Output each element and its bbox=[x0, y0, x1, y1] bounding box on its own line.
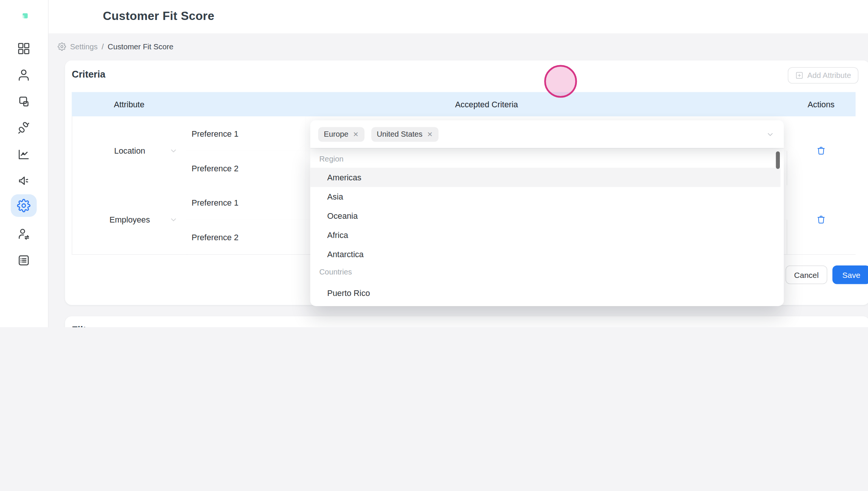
dropdown-option-americas[interactable]: Americas bbox=[310, 168, 781, 187]
preference-label: Preference 1 bbox=[192, 185, 239, 220]
customer-fit-score-page: Customer Fit Score 68.9% bbox=[0, 0, 868, 327]
hexagon-logo-icon bbox=[15, 9, 32, 26]
col-header-actions: Actions bbox=[787, 92, 856, 117]
dropdown-option-africa[interactable]: Africa bbox=[310, 226, 781, 245]
chevron-down-icon[interactable] bbox=[766, 130, 775, 139]
add-attribute-button[interactable]: Add Attribute bbox=[788, 67, 859, 84]
add-attribute-label: Add Attribute bbox=[807, 71, 851, 80]
top-header-bar: Customer Fit Score bbox=[48, 0, 868, 34]
app-logo[interactable] bbox=[15, 9, 32, 26]
attribute-cell-location: Location bbox=[72, 116, 188, 186]
gear-icon bbox=[17, 199, 31, 212]
settings-gear-wrap bbox=[17, 199, 31, 212]
location-multiselect-field[interactable]: Europe ✕ United States ✕ bbox=[310, 120, 784, 148]
preference-cell: Preference 1 bbox=[186, 185, 306, 220]
location-dropdown-menu: Region Americas Asia Oceania Africa Anta… bbox=[310, 148, 784, 306]
cancel-button[interactable]: Cancel bbox=[785, 265, 827, 284]
filters-heading: Filters bbox=[72, 325, 101, 328]
dropdown-option-puerto-rico[interactable]: Puerto Rico bbox=[310, 284, 781, 303]
sidebar-item-analytics[interactable] bbox=[17, 148, 31, 161]
col-header-attribute: Attribute bbox=[72, 92, 187, 117]
dropdown-group-countries: Countries bbox=[319, 268, 352, 276]
sidebar-item-dashboard[interactable] bbox=[17, 42, 31, 55]
dropdown-scrollbar-thumb[interactable] bbox=[776, 151, 780, 169]
trash-icon bbox=[816, 215, 826, 225]
dashboard-grid-icon bbox=[17, 42, 31, 55]
plus-square-icon bbox=[795, 71, 804, 80]
click-indicator-circle bbox=[544, 65, 577, 98]
trash-icon bbox=[816, 146, 826, 156]
tag-label: Europe bbox=[324, 130, 348, 139]
dropdown-option-asia[interactable]: Asia bbox=[310, 187, 781, 206]
sidebar: 68.9% bbox=[0, 0, 49, 327]
criteria-heading: Criteria bbox=[72, 69, 105, 80]
selected-tag-united-states: United States ✕ bbox=[371, 127, 439, 142]
user-sync-icon bbox=[17, 227, 31, 241]
breadcrumb: Settings / Customer Fit Score bbox=[58, 41, 173, 52]
preference-cell: Preference 2 bbox=[186, 220, 306, 255]
breadcrumb-settings-link[interactable]: Settings bbox=[70, 42, 98, 51]
preference-label: Preference 1 bbox=[192, 116, 239, 151]
settings-gear-icon bbox=[58, 42, 66, 51]
sidebar-item-settings-active[interactable] bbox=[11, 194, 37, 217]
page-title: Customer Fit Score bbox=[103, 9, 214, 23]
plug-icon bbox=[17, 122, 31, 135]
overlapping-pages-icon bbox=[17, 95, 31, 108]
chevron-down-icon[interactable] bbox=[169, 146, 178, 156]
remove-tag-icon[interactable]: ✕ bbox=[353, 130, 359, 138]
dropdown-option-oceania[interactable]: Oceania bbox=[310, 206, 781, 226]
dropdown-group-region: Region bbox=[319, 155, 344, 163]
preference-label: Preference 2 bbox=[192, 220, 239, 255]
sidebar-item-campaigns[interactable] bbox=[17, 174, 31, 188]
tag-label: United States bbox=[377, 130, 423, 139]
selected-tag-europe: Europe ✕ bbox=[318, 127, 364, 142]
remove-tag-icon[interactable]: ✕ bbox=[427, 130, 432, 138]
delete-attribute-button[interactable] bbox=[816, 215, 826, 225]
sidebar-item-people[interactable] bbox=[17, 69, 31, 82]
user-icon bbox=[17, 69, 31, 82]
sidebar-item-accounts[interactable] bbox=[17, 95, 31, 108]
criteria-table-header: Attribute Accepted Criteria Actions bbox=[72, 92, 856, 117]
list-box-icon bbox=[17, 254, 31, 267]
filters-card: Filters Industry Internet Software & Ser… bbox=[65, 316, 868, 327]
preference-label: Preference 2 bbox=[192, 151, 239, 186]
sidebar-item-user-sync[interactable] bbox=[17, 227, 31, 241]
chevron-down-icon[interactable] bbox=[169, 215, 178, 224]
megaphone-icon bbox=[17, 174, 31, 188]
breadcrumb-current: Customer Fit Score bbox=[108, 42, 173, 51]
sidebar-item-logs[interactable] bbox=[17, 254, 31, 267]
breadcrumb-separator: / bbox=[102, 42, 104, 51]
actions-cell-location bbox=[787, 116, 856, 186]
preference-cell: Preference 1 bbox=[186, 116, 306, 151]
col-header-accepted-criteria: Accepted Criteria bbox=[186, 92, 787, 117]
dropdown-option-antarctica[interactable]: Antarctica bbox=[310, 245, 781, 264]
delete-attribute-button[interactable] bbox=[816, 146, 826, 156]
actions-cell-employees bbox=[787, 185, 856, 255]
sidebar-item-integrations[interactable] bbox=[17, 122, 31, 135]
save-button[interactable]: Save bbox=[833, 265, 868, 284]
attribute-cell-employees: Employees bbox=[72, 185, 188, 255]
preference-cell: Preference 2 bbox=[186, 151, 306, 186]
line-chart-icon bbox=[17, 148, 31, 161]
